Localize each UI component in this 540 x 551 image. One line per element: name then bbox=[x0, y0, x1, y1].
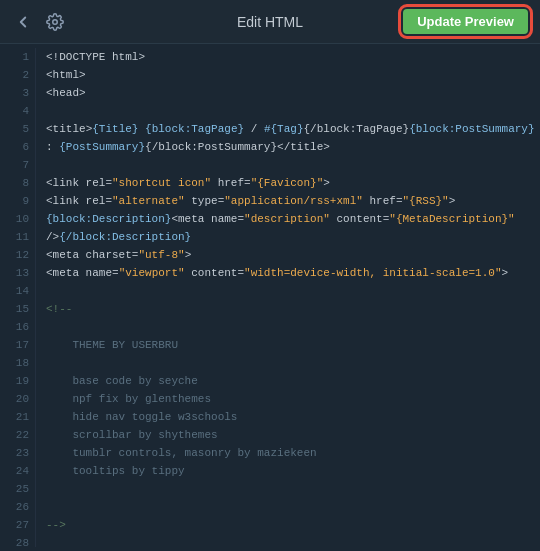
line-numbers: 1234567891011121314151617181920212223242… bbox=[0, 48, 36, 547]
line-number: 1 bbox=[6, 48, 29, 66]
line-number: 7 bbox=[6, 156, 29, 174]
line-number: 27 bbox=[6, 516, 29, 534]
app-container: Edit HTML Update Preview 123456789101112… bbox=[0, 0, 540, 551]
line-number: 3 bbox=[6, 84, 29, 102]
line-number: 14 bbox=[6, 282, 29, 300]
code-line bbox=[46, 534, 535, 551]
line-number: 16 bbox=[6, 318, 29, 336]
line-number: 25 bbox=[6, 480, 29, 498]
line-number: 17 bbox=[6, 336, 29, 354]
code-line: scrollbar by shythemes bbox=[46, 426, 535, 444]
line-number: 24 bbox=[6, 462, 29, 480]
back-button[interactable] bbox=[12, 11, 34, 33]
line-number: 22 bbox=[6, 426, 29, 444]
code-line: THEME BY USERBRU bbox=[46, 336, 535, 354]
header: Edit HTML Update Preview bbox=[0, 0, 540, 44]
code-line bbox=[46, 102, 535, 120]
editor-area[interactable]: 1234567891011121314151617181920212223242… bbox=[0, 44, 540, 551]
code-line: <!-- bbox=[46, 300, 535, 318]
line-number: 5 bbox=[6, 120, 29, 138]
code-content[interactable]: <!DOCTYPE html><html><head> <title>{Titl… bbox=[36, 48, 540, 547]
line-number: 2 bbox=[6, 66, 29, 84]
line-number: 15 bbox=[6, 300, 29, 318]
code-line: <meta charset="utf-8"> bbox=[46, 246, 535, 264]
line-number: 13 bbox=[6, 264, 29, 282]
line-number: 10 bbox=[6, 210, 29, 228]
code-line: <meta name="viewport" content="width=dev… bbox=[46, 264, 535, 282]
code-line bbox=[46, 480, 535, 498]
header-left bbox=[12, 11, 66, 33]
line-number: 12 bbox=[6, 246, 29, 264]
code-line: hide nav toggle w3schools bbox=[46, 408, 535, 426]
code-line: tooltips by tippy bbox=[46, 462, 535, 480]
code-line bbox=[46, 282, 535, 300]
line-number: 8 bbox=[6, 174, 29, 192]
code-line: {block:Description}<meta name="descripti… bbox=[46, 210, 535, 228]
settings-button[interactable] bbox=[44, 11, 66, 33]
code-line: tumblr controls, masonry by maziekeen bbox=[46, 444, 535, 462]
code-line bbox=[46, 156, 535, 174]
code-line: <html> bbox=[46, 66, 535, 84]
code-line: : {PostSummary}{/block:PostSummary}</tit… bbox=[46, 138, 535, 156]
update-preview-button[interactable]: Update Preview bbox=[403, 9, 528, 34]
code-line bbox=[46, 318, 535, 336]
code-line: base code by seyche bbox=[46, 372, 535, 390]
line-number: 28 bbox=[6, 534, 29, 551]
line-number: 26 bbox=[6, 498, 29, 516]
line-number: 21 bbox=[6, 408, 29, 426]
line-number: 19 bbox=[6, 372, 29, 390]
line-number: 20 bbox=[6, 390, 29, 408]
code-line: <title>{Title} {block:TagPage} / #{Tag}{… bbox=[46, 120, 535, 138]
code-line: <!DOCTYPE html> bbox=[46, 48, 535, 66]
svg-point-0 bbox=[53, 19, 58, 24]
line-number: 11 bbox=[6, 228, 29, 246]
code-line: npf fix by glenthemes bbox=[46, 390, 535, 408]
header-title: Edit HTML bbox=[237, 14, 303, 30]
code-line: <link rel="alternate" type="application/… bbox=[46, 192, 535, 210]
line-number: 4 bbox=[6, 102, 29, 120]
code-line bbox=[46, 498, 535, 516]
code-line: <link rel="shortcut icon" href="{Favicon… bbox=[46, 174, 535, 192]
line-number: 23 bbox=[6, 444, 29, 462]
code-line: />{/block:Description} bbox=[46, 228, 535, 246]
line-number: 6 bbox=[6, 138, 29, 156]
code-line bbox=[46, 354, 535, 372]
code-line: <head> bbox=[46, 84, 535, 102]
line-number: 9 bbox=[6, 192, 29, 210]
code-line: --> bbox=[46, 516, 535, 534]
line-number: 18 bbox=[6, 354, 29, 372]
